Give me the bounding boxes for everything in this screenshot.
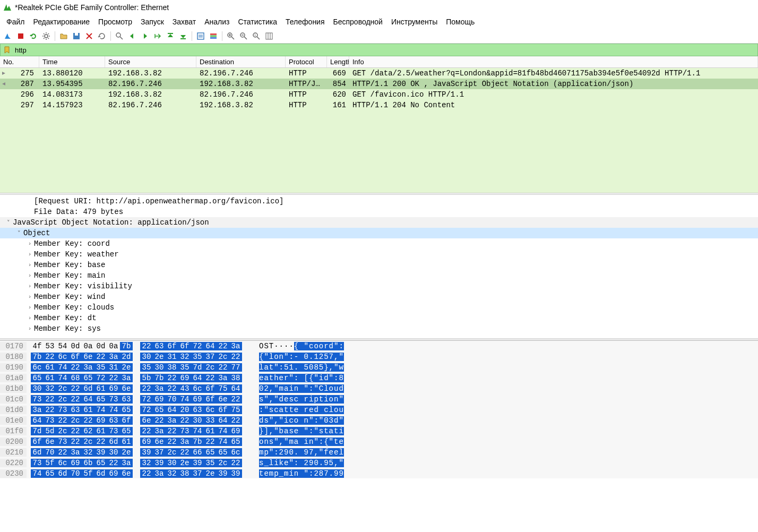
zoom-reset-icon[interactable]: 1 xyxy=(251,30,262,42)
tree-row[interactable]: ›Member Key: weather xyxy=(0,249,758,260)
reload-icon[interactable] xyxy=(96,30,108,42)
tree-row[interactable]: [Request URI: http://api.openweathermap.… xyxy=(0,196,758,207)
hex-row[interactable]: 01d03a2273636174746572656420636c6f75:"sc… xyxy=(0,405,758,415)
tree-toggle-icon[interactable]: › xyxy=(25,304,34,311)
hex-offset: 01a0 xyxy=(0,374,27,382)
hex-row[interactable]: 01c073222c226465736372697074696f6e22s","… xyxy=(0,394,758,405)
hex-ascii: 02,"main ":"Cloud xyxy=(249,384,344,393)
hex-offset: 0230 xyxy=(0,469,27,478)
go-top-icon[interactable] xyxy=(165,30,176,42)
col-header-info[interactable]: Info xyxy=(349,56,758,67)
col-header-no[interactable]: No. xyxy=(0,56,39,67)
go-bottom-icon[interactable] xyxy=(177,30,189,42)
open-icon[interactable] xyxy=(58,30,70,42)
hex-row[interactable]: 023074656d705f6d696e223a3238372e3939temp… xyxy=(0,468,758,478)
hex-row[interactable]: 02106d70223a3239302e39372c226665656cmp":… xyxy=(0,447,758,458)
bookmark-icon[interactable] xyxy=(2,45,12,55)
tree-row[interactable]: ›Member Key: main xyxy=(0,270,758,281)
cell-length: 620 xyxy=(327,90,349,99)
close-icon[interactable] xyxy=(83,30,95,42)
hex-ascii: :"scatte red clou xyxy=(249,406,344,414)
tree-row[interactable]: ›Member Key: wind xyxy=(0,291,758,302)
menu-item[interactable]: Телефония xyxy=(281,16,329,28)
jump-icon[interactable] xyxy=(152,30,163,42)
tree-toggle-icon[interactable]: › xyxy=(25,241,34,247)
packet-details-tree[interactable]: [Request URI: http://api.openweathermap.… xyxy=(0,195,758,338)
menu-item[interactable]: Беспроводной xyxy=(329,16,387,28)
packet-row[interactable]: 27513.880120192.168.3.8282.196.7.246HTTP… xyxy=(0,68,758,79)
packet-row[interactable]: 29614.083173192.168.3.8282.196.7.246HTTP… xyxy=(0,89,758,100)
zoom-out-icon[interactable] xyxy=(238,30,249,42)
arrow-left-icon[interactable] xyxy=(126,30,138,42)
tree-toggle-icon[interactable]: ˅ xyxy=(4,219,13,226)
tree-row[interactable]: ›Member Key: sys xyxy=(0,323,758,334)
svg-point-1 xyxy=(45,35,48,38)
hex-offset: 0200 xyxy=(0,437,27,446)
toolbar-separator xyxy=(222,31,222,41)
tree-row[interactable]: File Data: 479 bytes xyxy=(0,207,758,217)
col-header-dest[interactable]: Destination xyxy=(196,56,286,67)
menu-item[interactable]: Запуск xyxy=(136,16,168,28)
packet-row[interactable]: 28713.95439582.196.7.246192.168.3.82HTTP… xyxy=(0,79,758,89)
hex-offset: 0180 xyxy=(0,353,27,361)
menu-item[interactable]: Захват xyxy=(168,16,200,28)
cell-info: GET /favicon.ico HTTP/1.1 xyxy=(349,90,758,99)
menu-item[interactable]: Просмотр xyxy=(94,16,136,28)
col-header-length[interactable]: Length xyxy=(327,56,349,67)
colorize-icon[interactable] xyxy=(208,30,219,42)
packet-list[interactable]: 27513.880120192.168.3.8282.196.7.246HTTP… xyxy=(0,68,758,193)
tree-toggle-icon[interactable]: › xyxy=(25,315,34,321)
tree-toggle-icon[interactable]: › xyxy=(25,283,34,289)
menu-item[interactable]: Статистика xyxy=(234,16,282,28)
col-header-time[interactable]: Time xyxy=(39,56,105,67)
hex-offset: 01b0 xyxy=(0,384,27,393)
zoom-in-icon[interactable] xyxy=(225,30,237,42)
auto-scroll-icon[interactable] xyxy=(195,30,206,42)
hex-row[interactable]: 01f07d5d2c2262617365223a227374617469}],"… xyxy=(0,426,758,436)
packet-bytes-hex[interactable]: 01704f53540d0a0d0a7b22636f6f7264223aOST·… xyxy=(0,340,758,478)
tree-row[interactable]: ›Member Key: coord xyxy=(0,238,758,249)
tree-row[interactable]: ›Member Key: clouds xyxy=(0,302,758,313)
packet-row[interactable]: 29714.15792382.196.7.246192.168.3.82HTTP… xyxy=(0,100,758,110)
col-header-proto[interactable]: Protocol xyxy=(286,56,327,67)
arrow-right-icon[interactable] xyxy=(139,30,151,42)
tree-toggle-icon[interactable]: › xyxy=(25,262,34,268)
tree-row[interactable]: ›Member Key: visibility xyxy=(0,281,758,291)
cell-time: 13.880120 xyxy=(39,69,105,78)
restart-icon[interactable] xyxy=(28,30,39,42)
cell-source: 192.168.3.82 xyxy=(105,90,196,99)
shark-fin-icon[interactable] xyxy=(2,30,14,42)
tree-toggle-icon[interactable]: › xyxy=(25,294,34,300)
search-icon[interactable] xyxy=(114,30,125,42)
tree-toggle-icon[interactable]: › xyxy=(25,251,34,258)
hex-row[interactable]: 01a0656174686572223a5b7b226964223a38eath… xyxy=(0,373,758,383)
stop-icon[interactable] xyxy=(15,30,27,42)
hex-row[interactable]: 01807b226c6f6e223a2d302e313235372c22{"lo… xyxy=(0,351,758,362)
settings-gear-icon[interactable] xyxy=(40,30,52,42)
hex-row[interactable]: 02006f6e73222c226d61696e223a7b227465ons"… xyxy=(0,436,758,447)
menu-item[interactable]: Редактирование xyxy=(29,16,94,28)
hex-bytes: 73222c226465736372697074696f6e22 xyxy=(27,395,249,404)
hex-row[interactable]: 01b030322c226d61696e223a22436c6f756402,"… xyxy=(0,383,758,394)
hex-ascii: temp_min ":287.99 xyxy=(249,469,344,478)
hex-row[interactable]: 01906c6174223a35312e353038357d2c2277lat"… xyxy=(0,362,758,373)
tree-label: Member Key: dt xyxy=(34,314,97,322)
menu-item[interactable]: Файл xyxy=(2,16,29,28)
tree-row[interactable]: ˅Object xyxy=(0,228,758,238)
tree-row[interactable]: ›Member Key: dt xyxy=(0,313,758,323)
tree-toggle-icon[interactable]: › xyxy=(25,325,34,332)
hex-row[interactable]: 01704f53540d0a0d0a7b22636f6f7264223aOST·… xyxy=(0,341,758,351)
menu-item[interactable]: Анализ xyxy=(200,16,234,28)
columns-icon[interactable] xyxy=(263,30,275,42)
tree-toggle-icon[interactable]: ˅ xyxy=(15,230,23,237)
hex-row[interactable]: 01e06473222c2269636f6e223a2230336422ds",… xyxy=(0,415,758,426)
display-filter-input[interactable] xyxy=(13,44,757,56)
hex-row[interactable]: 0220735f6c696b65223a3239302e39352c22s_li… xyxy=(0,458,758,468)
tree-row[interactable]: ˅JavaScript Object Notation: application… xyxy=(0,217,758,228)
tree-row[interactable]: ›Member Key: base xyxy=(0,260,758,270)
menu-item[interactable]: Помощь xyxy=(442,16,479,28)
col-header-source[interactable]: Source xyxy=(105,56,196,67)
menu-item[interactable]: Инструменты xyxy=(387,16,442,28)
save-icon[interactable] xyxy=(71,30,82,42)
tree-toggle-icon[interactable]: › xyxy=(25,272,34,279)
